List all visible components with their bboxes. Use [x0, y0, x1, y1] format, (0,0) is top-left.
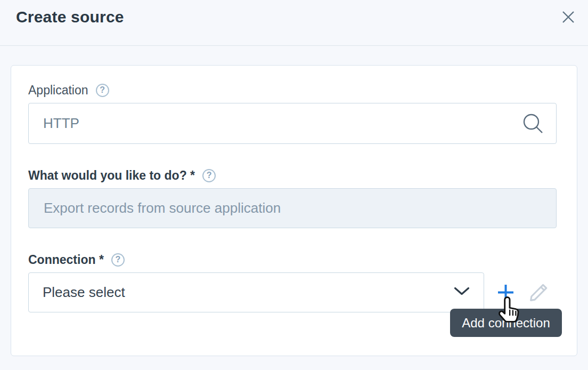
add-connection-tooltip: Add connection: [450, 309, 562, 337]
application-field: Application ?: [28, 82, 556, 144]
question-mark-glyph: ?: [207, 171, 212, 180]
pencil-icon: [527, 297, 550, 305]
edit-connection-button[interactable]: [527, 281, 550, 304]
add-connection-button[interactable]: [497, 284, 514, 301]
dialog-header: Create source: [0, 0, 588, 46]
application-label: Application: [28, 83, 88, 98]
question-mark-glyph: ?: [115, 255, 120, 264]
action-field: What would you like to do? * ?: [28, 167, 556, 228]
connection-select[interactable]: Please select: [28, 272, 484, 312]
connection-label: Connection *: [28, 253, 104, 267]
plus-icon: [497, 295, 514, 303]
action-input: [28, 188, 557, 228]
question-mark-glyph: ?: [100, 86, 105, 94]
connection-field: Connection * ? Please select: [28, 252, 556, 312]
action-help-icon[interactable]: ?: [202, 169, 216, 182]
search-icon[interactable]: [521, 112, 545, 135]
close-button[interactable]: [558, 7, 578, 27]
connection-help-icon[interactable]: ?: [111, 253, 125, 267]
connection-select-value: Please select: [43, 284, 125, 301]
close-icon: [560, 19, 576, 27]
page-title: Create source: [16, 7, 124, 27]
action-label: What would you like to do? *: [28, 168, 195, 183]
application-help-icon[interactable]: ?: [96, 84, 109, 97]
chevron-down-icon: [454, 287, 470, 298]
application-input[interactable]: [28, 103, 557, 144]
